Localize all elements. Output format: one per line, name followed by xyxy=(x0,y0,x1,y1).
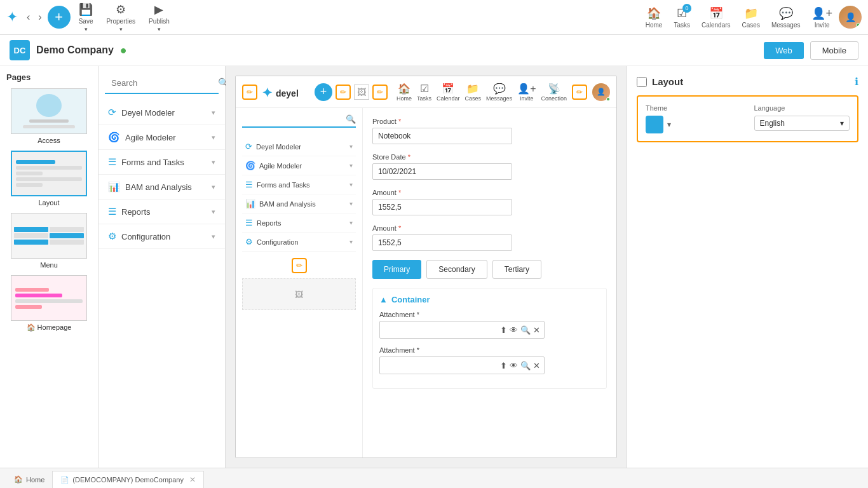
preview-messages-icon-item[interactable]: 💬 Messages xyxy=(486,83,512,102)
forms-tasks-icon: ☰ xyxy=(108,156,116,168)
invite-nav-item[interactable]: 👤+ Invite xyxy=(806,4,837,31)
preview-cases-icon-item[interactable]: 📁 Cases xyxy=(465,83,482,102)
preview-nav-agile[interactable]: 🌀 Agile Modeler ▾ xyxy=(242,156,356,175)
save-icon: 💾 xyxy=(79,3,93,17)
tab-demo-company[interactable]: 📄 (DEMOCOMPANY) DemoCompany ✕ xyxy=(52,471,204,489)
calendars-nav-item[interactable]: 📅 Calendars xyxy=(696,4,736,31)
preview-tasks-icon-item[interactable]: ☑ Tasks xyxy=(417,83,431,102)
preview-config-chevron-icon: ▾ xyxy=(349,238,353,245)
preview-home-icon-item[interactable]: 🏠 Home xyxy=(397,83,412,102)
cases-nav-item[interactable]: 📁 Cases xyxy=(737,4,765,31)
page-thumb-layout[interactable]: Layout xyxy=(6,151,92,207)
nav-item-bam[interactable]: 📊 BAM and Analysis ▾ xyxy=(98,175,225,200)
nav-search-bar[interactable]: 🔍 xyxy=(105,72,219,94)
edit-topbar-button[interactable]: ✏ xyxy=(336,85,351,100)
nav-item-forms-tasks[interactable]: ☰ Forms and Tasks ▾ xyxy=(98,150,225,175)
clear2-icon[interactable]: ✕ xyxy=(533,361,540,370)
page-thumb-homepage[interactable]: 🏠 Homepage xyxy=(6,275,92,332)
tertiary-button[interactable]: Tertiary xyxy=(492,260,541,279)
user-avatar[interactable]: 👤 xyxy=(839,6,862,29)
edit-logo-button[interactable]: ✏ xyxy=(242,85,257,100)
search-input[interactable] xyxy=(111,78,218,88)
preview-invite-icon-item[interactable]: 👤+ Invite xyxy=(517,83,536,102)
tasks-nav-item[interactable]: 0 ☑ Tasks xyxy=(668,4,695,31)
preview-connection-icon-item[interactable]: 📡 Conection xyxy=(541,83,567,102)
page-thumb-access[interactable]: Access xyxy=(6,88,92,144)
upload2-icon[interactable]: ⬆ xyxy=(500,361,507,370)
image-placeholder-icon[interactable]: 🖼 xyxy=(354,85,369,100)
language-label: Language xyxy=(754,104,850,112)
nav-item-agile-modeler[interactable]: 🌀 Agile Modeler ▾ xyxy=(98,125,225,150)
tab-home[interactable]: 🏠 Home xyxy=(6,471,52,489)
preview-nav-forms[interactable]: ☰ Forms and Tasks ▾ xyxy=(242,175,356,194)
edit-nav-button[interactable]: ✏ xyxy=(572,85,587,100)
edit-form-button[interactable]: ✏ xyxy=(372,85,388,100)
messages-icon: 💬 xyxy=(779,6,793,20)
agile-modeler-icon: 🌀 xyxy=(108,132,120,143)
preview-frame: ✏ ✦ deyel + ✏ 🖼 ✏ xyxy=(235,76,617,458)
preview-content: 🔍 ⟳ Deyel Modeler ▾ 🌀 Agile Modeler ▾ xyxy=(236,108,616,458)
preview-nav-reports[interactable]: ☰ Reports ▾ xyxy=(242,214,356,233)
cases-icon: 📁 xyxy=(744,6,758,20)
store-date-input[interactable] xyxy=(372,163,512,180)
container-header[interactable]: ▲ Container xyxy=(379,295,600,304)
amount2-required-indicator: * xyxy=(398,224,401,232)
attachment1-required-indicator: * xyxy=(417,311,419,318)
preview-nav-deyel[interactable]: ⟳ Deyel Modeler ▾ xyxy=(242,137,356,156)
amount2-input[interactable] xyxy=(372,234,512,251)
add-button[interactable]: + xyxy=(48,6,71,29)
upload1-icon[interactable]: ⬆ xyxy=(500,325,507,335)
secondary-button[interactable]: Secondary xyxy=(426,260,487,279)
demo-tab-label: (DEMOCOMPANY) DemoCompany xyxy=(72,476,184,484)
nav-label-forms: Forms and Tasks xyxy=(121,158,212,167)
svg-text:✦: ✦ xyxy=(262,86,273,100)
page-menu-label: Menu xyxy=(40,261,58,269)
tasks-nav-label: Tasks xyxy=(674,22,690,29)
theme-chevron-icon[interactable]: ▾ xyxy=(667,120,671,129)
amount1-input[interactable] xyxy=(372,199,512,215)
view1-icon[interactable]: 👁 xyxy=(510,325,518,335)
save-toolbar-item[interactable]: 💾 Save ▾ xyxy=(74,0,98,35)
logo-icon[interactable]: ✦ xyxy=(6,9,18,25)
nav-item-configuration[interactable]: ⚙ Configuration ▾ xyxy=(98,224,225,249)
layout-checkbox[interactable] xyxy=(637,77,647,87)
preview-nav-config[interactable]: ⚙ Configuration ▾ xyxy=(242,233,356,252)
theme-selector[interactable]: ▾ xyxy=(646,116,742,133)
preview-user-avatar[interactable]: 👤 xyxy=(592,83,610,101)
preview-search-bar[interactable]: 🔍 xyxy=(242,114,356,128)
nav-item-reports[interactable]: ☰ Reports ▾ xyxy=(98,200,225,224)
preview-bam-chevron-icon: ▾ xyxy=(349,200,353,207)
home-nav-item[interactable]: 🏠 Home xyxy=(641,4,668,31)
layout-thumbnail xyxy=(11,151,87,196)
edit-left-panel-button[interactable]: ✏ xyxy=(292,258,307,273)
primary-button[interactable]: Primary xyxy=(372,260,421,279)
properties-toolbar-item[interactable]: ⚙ Properties ▾ xyxy=(101,0,140,35)
container-section: ▲ Container Attachment * xyxy=(372,288,607,389)
attachment1-area[interactable] xyxy=(380,322,496,338)
preview-left-edit-area: ✏ xyxy=(242,252,356,273)
preview-nav-bam[interactable]: 📊 BAM and Analysis ▾ xyxy=(242,194,356,214)
messages-nav-item[interactable]: 💬 Messages xyxy=(766,4,806,31)
publish-toolbar-item[interactable]: ▶ Publish ▾ xyxy=(144,0,175,35)
language-select[interactable]: English ▾ xyxy=(754,116,850,131)
pages-title: Pages xyxy=(6,72,92,82)
mobile-view-button[interactable]: Mobile xyxy=(810,41,858,60)
product-input[interactable] xyxy=(372,128,512,144)
theme-color-swatch[interactable] xyxy=(646,116,663,133)
nav-item-deyel-modeler[interactable]: ⟳ Deyel Modeler ▾ xyxy=(98,100,225,125)
web-view-button[interactable]: Web xyxy=(764,42,804,59)
invite-icon: 👤+ xyxy=(811,6,832,20)
attachment2-area[interactable] xyxy=(380,357,496,374)
preview-search-input[interactable] xyxy=(242,116,346,123)
preview-calendar-icon-item[interactable]: 📅 Calendar xyxy=(437,83,460,102)
panel-info-icon[interactable]: ℹ xyxy=(855,76,858,88)
forward-button[interactable]: › xyxy=(36,9,44,25)
search2-icon[interactable]: 🔍 xyxy=(520,361,531,370)
tab-close-button[interactable]: ✕ xyxy=(189,475,196,484)
search1-icon[interactable]: 🔍 xyxy=(520,325,531,335)
back-button[interactable]: ‹ xyxy=(24,9,32,25)
preview-add-button[interactable]: + xyxy=(315,83,332,101)
page-thumb-menu[interactable]: Menu xyxy=(6,213,92,269)
clear1-icon[interactable]: ✕ xyxy=(533,325,540,335)
view2-icon[interactable]: 👁 xyxy=(510,361,518,370)
